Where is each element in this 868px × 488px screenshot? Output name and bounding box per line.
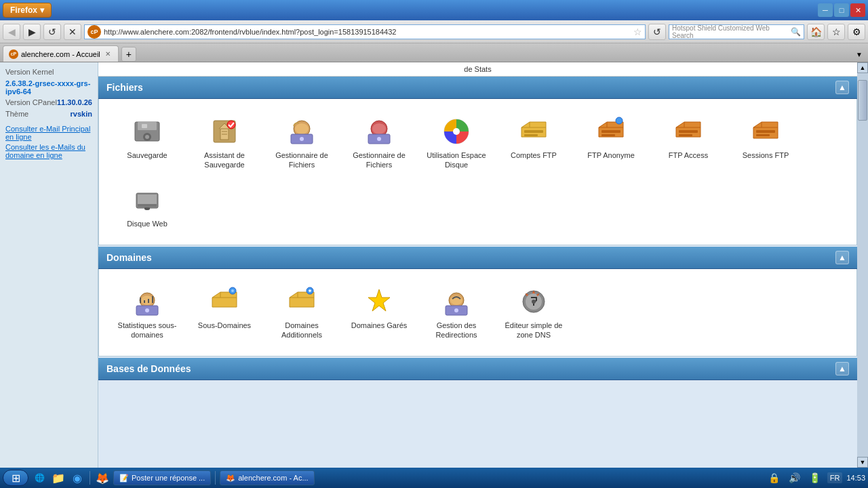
stats-bar: de Stats bbox=[98, 62, 857, 77]
firefox-menu-button[interactable]: Firefox ▾ bbox=[3, 3, 52, 18]
taskbar-task-1[interactable]: 📝 Poster une réponse ... bbox=[113, 470, 211, 485]
domaines-gares-label: Domaines Garés bbox=[351, 321, 408, 330]
taskbar-separator-2 bbox=[215, 471, 216, 485]
taskbar-firefox-icon[interactable]: 🦊 bbox=[94, 470, 111, 486]
search-bar[interactable]: Hotspot Shield Customized Web Search 🔍 bbox=[669, 24, 804, 39]
sidebar-theme-row: Thème rvskin bbox=[5, 110, 92, 119]
scroll-up-arrow[interactable]: ▲ bbox=[857, 62, 868, 73]
taskbar-battery-icon[interactable]: 🔋 bbox=[807, 470, 823, 486]
start-button[interactable]: ⊞ bbox=[3, 470, 28, 486]
ftp-anonyme-item[interactable]: FTP Anonyme bbox=[574, 110, 648, 176]
maximize-button[interactable]: □ bbox=[834, 3, 849, 17]
bases-donnees-collapse-btn[interactable]: ▲ bbox=[835, 362, 849, 375]
sauvegarde-label: Sauvegarde bbox=[127, 150, 167, 160]
taskbar-explorer-icon[interactable]: ◉ bbox=[69, 470, 85, 486]
tabs-scroll-down[interactable]: ▼ bbox=[853, 47, 865, 62]
sous-domaines-item[interactable]: Sous-Domaines bbox=[187, 280, 262, 346]
taskbar-separator-1 bbox=[90, 471, 90, 485]
gestion-redirections-icon bbox=[440, 285, 473, 318]
scroll-track bbox=[857, 73, 868, 457]
domaines-additionnels-icon bbox=[285, 285, 318, 318]
gestion-redirections-item[interactable]: Gestion des Redirections bbox=[419, 280, 494, 346]
domaines-additionnels-item[interactable]: Domaines Additionnels bbox=[264, 280, 339, 346]
firefox-label: Firefox bbox=[10, 5, 37, 15]
address-bar[interactable]: cP http://www.alenchere.com:2082/fronten… bbox=[84, 24, 646, 39]
svg-point-37 bbox=[145, 308, 149, 312]
windows-logo-icon: ⊞ bbox=[12, 472, 20, 485]
comptes-ftp-label: Comptes FTP bbox=[511, 150, 557, 160]
home-button[interactable]: 🏠 bbox=[807, 24, 825, 40]
sidebar-links-section: Consulter e-Mail Principal en ligne Cons… bbox=[5, 125, 92, 159]
stats-sous-domaines-icon bbox=[131, 285, 163, 318]
sidebar-link-email-principal[interactable]: Consulter e-Mail Principal en ligne bbox=[5, 125, 92, 141]
disque-web-item[interactable]: Disque Web bbox=[110, 178, 184, 234]
stats-text: de Stats bbox=[464, 65, 491, 73]
search-icon[interactable]: 🔍 bbox=[791, 27, 801, 37]
taskbar-volume-icon[interactable]: 🔊 bbox=[787, 470, 803, 486]
svg-rect-27 bbox=[756, 130, 775, 133]
minimize-button[interactable]: ─ bbox=[818, 3, 833, 17]
taskbar-language[interactable]: FR bbox=[827, 472, 843, 483]
taskbar-network-icon[interactable]: 🔒 bbox=[766, 470, 783, 486]
scroll-thumb[interactable] bbox=[858, 80, 867, 121]
utilisation-espace-item[interactable]: Utilisation Espace Disque bbox=[419, 110, 494, 176]
svg-rect-22 bbox=[601, 130, 620, 133]
gestion-redirections-label: Gestion des Redirections bbox=[422, 321, 491, 340]
bookmark-star-icon[interactable]: ☆ bbox=[633, 26, 642, 37]
stats-sous-domaines-item[interactable]: Statistiques sous-domaines bbox=[110, 280, 184, 346]
reload-button-2[interactable]: ↺ bbox=[648, 24, 666, 40]
assistant-sauvegarde-item[interactable]: Assistant de Sauvegarde bbox=[187, 110, 262, 176]
domaines-collapse-btn[interactable]: ▲ bbox=[835, 251, 849, 264]
sauvegarde-item[interactable]: Sauvegarde bbox=[110, 110, 184, 176]
utilisation-espace-icon bbox=[440, 115, 473, 148]
fichiers-header: Fichiers ▲ bbox=[98, 77, 857, 99]
stop-button[interactable]: ✕ bbox=[64, 24, 81, 40]
fichiers-icon-grid: Sauvegarde Assistant de bbox=[104, 104, 851, 239]
gestionnaire-fichiers-1-label: Gestionnaire de Fichiers bbox=[267, 150, 336, 170]
taskbar-right: 🔒 🔊 🔋 FR 14:53 bbox=[766, 470, 865, 486]
svg-marker-47 bbox=[368, 289, 390, 311]
svg-rect-4 bbox=[142, 124, 147, 128]
forward-button[interactable]: ▶ bbox=[23, 24, 41, 40]
comptes-ftp-item[interactable]: Comptes FTP bbox=[496, 110, 571, 176]
sidebar-theme-value: rvskin bbox=[71, 110, 92, 119]
sous-domaines-icon bbox=[208, 285, 241, 318]
settings-button[interactable]: ⚙ bbox=[848, 24, 865, 40]
right-scrollbar[interactable]: ▲ ▼ bbox=[857, 62, 868, 468]
ftp-access-item[interactable]: FTP Access bbox=[651, 110, 726, 176]
win-titlebar: Firefox ▾ ─ □ ✕ bbox=[0, 0, 868, 20]
gestionnaire-fichiers-1-item[interactable]: Gestionnaire de Fichiers bbox=[264, 110, 339, 176]
disque-web-icon bbox=[131, 184, 163, 216]
taskbar-task-2[interactable]: 🦊 alenchere.com - Ac... bbox=[220, 470, 314, 485]
ftp-anonyme-icon bbox=[595, 115, 627, 148]
scroll-down-arrow[interactable]: ▼ bbox=[857, 457, 868, 468]
svg-rect-26 bbox=[679, 134, 692, 136]
content-area: de Stats Fichiers ▲ bbox=[98, 62, 857, 468]
back-button[interactable]: ◀ bbox=[3, 24, 20, 40]
svg-rect-20 bbox=[524, 130, 543, 133]
fichiers-collapse-btn[interactable]: ▲ bbox=[835, 81, 849, 94]
reload-button[interactable]: ↺ bbox=[43, 24, 61, 40]
taskbar-folder-icon[interactable]: 📁 bbox=[50, 470, 66, 486]
fichiers-content: Sauvegarde Assistant de bbox=[98, 99, 857, 245]
sidebar-kernel-value: 2.6.38.2-grsec-xxxx-grs-ipv6-64 bbox=[5, 79, 92, 96]
editeur-zone-dns-item[interactable]: Éditeur simple de zone DNS bbox=[496, 280, 571, 346]
url-text: http://www.alenchere.com:2082/frontend/r… bbox=[104, 28, 631, 36]
svg-point-17 bbox=[377, 137, 381, 141]
new-tab-button[interactable]: + bbox=[121, 47, 136, 62]
domaines-gares-item[interactable]: Domaines Garés bbox=[342, 280, 416, 346]
tab-alenchere[interactable]: cP alenchere.com - Accueil ✕ bbox=[3, 45, 119, 62]
gestionnaire-fichiers-2-item[interactable]: Gestionnaire de Fichiers bbox=[342, 110, 416, 176]
tab-close-button[interactable]: ✕ bbox=[103, 49, 113, 58]
sessions-ftp-item[interactable]: Sessions FTP bbox=[728, 110, 803, 176]
taskbar-ie-icon[interactable]: 🌐 bbox=[31, 470, 47, 486]
sidebar-link-email-domaine[interactable]: Consulter les e-Mails du domaine en lign… bbox=[5, 143, 92, 159]
domaines-header: Domaines ▲ bbox=[98, 247, 857, 269]
assistant-sauvegarde-icon bbox=[208, 115, 241, 148]
main-layout: Version Kernel 2.6.38.2-grsec-xxxx-grs-i… bbox=[0, 62, 868, 468]
close-button[interactable]: ✕ bbox=[850, 3, 865, 17]
sidebar-cpanel-value: 11.30.0.26 bbox=[57, 98, 92, 108]
sidebar-cpanel-label: Version CPanel bbox=[5, 98, 57, 106]
bookmark-button[interactable]: ☆ bbox=[827, 24, 845, 40]
sauvegarde-icon bbox=[131, 115, 163, 148]
